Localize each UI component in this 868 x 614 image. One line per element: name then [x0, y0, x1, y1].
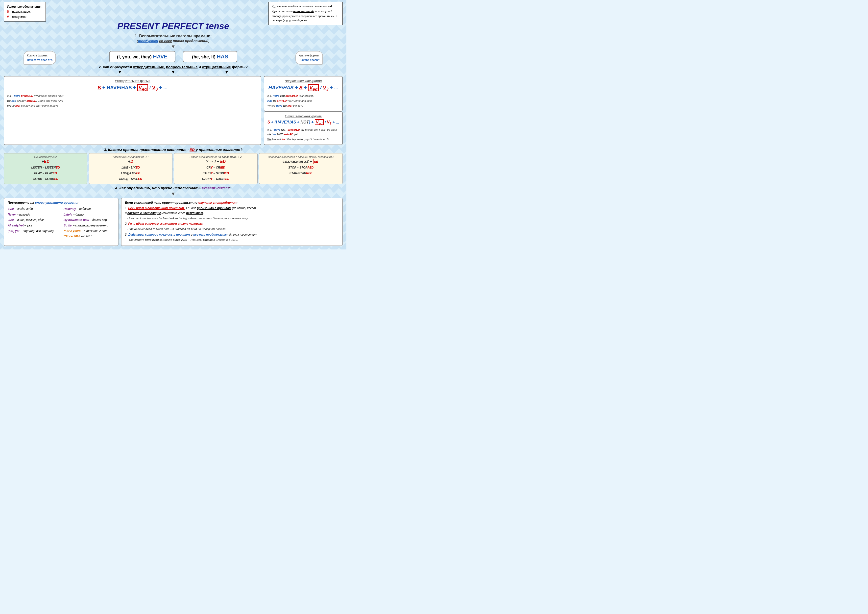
section1-header: 1. Вспомогательные глаголы времени:: [4, 34, 343, 38]
ed-case3-examples: CRY – CRIED STUDY – STUDIED CARRY – CARR…: [177, 165, 255, 181]
marker-never: Never – никогда: [8, 212, 59, 217]
marker-recently: Recently – недавно: [64, 207, 115, 211]
interrogative-formula: HAVE/HAS + S + Ved / V3 + ...: [267, 84, 339, 92]
bubble-right-line1: Краткие формы:: [299, 53, 319, 58]
notes-line1: Ved – правильный гл. принимает окончание…: [272, 4, 339, 9]
interrogative-examples: e.g. Have you preparED your project? Has…: [267, 93, 339, 108]
legend-title: Условные обозначения:: [7, 4, 43, 9]
ed-case2-title: Глагол оканчивается на -E:: [91, 155, 170, 158]
markers-box: Посмотреть на слова-указатели времени: E…: [4, 198, 119, 246]
ed-case3-title: Глагол оканчивается на согласную + y:: [177, 155, 255, 158]
marker-just: Just – лишь, только, едва: [8, 218, 59, 222]
bubble-left-line2: Have = 've / has = 's: [27, 58, 53, 62]
usage-example3: - The Ivanovs have lived in Stupino sinc…: [127, 237, 339, 242]
usage-item1: 1. Речь идет о совершенном действии. Т.е…: [125, 206, 339, 220]
ed-case4-title: Односложный глагол с гласной между согла…: [262, 155, 340, 158]
usage-box: Если указателей нет, ориентироваться по …: [121, 198, 343, 246]
legend-box: Условные обозначения: S – подлежащее, V …: [4, 2, 46, 22]
marker-for2years: *For 2 years – в течение 2 лет: [64, 229, 115, 233]
legend-s: S: [7, 10, 9, 13]
legend-s-line: S – подлежащее,: [7, 9, 43, 14]
marker-sofar: So far – к настоящему времени: [64, 223, 115, 228]
ed-case1-title: Основной случай:: [6, 155, 85, 158]
ed-case2-formula: +D: [91, 160, 170, 164]
ed-case4-formula: согласная x2 + ed: [262, 160, 340, 164]
negative-box: Отрицательная форма S + (HAVE/HAS + NOT)…: [264, 112, 343, 145]
affirmative-formula: S + HAVE/HAS + Ved / V3 + ...: [7, 84, 258, 92]
usage-item3: 3. Действие, которое началось в прошлом …: [125, 233, 339, 242]
marker-not-yet: (not) yet – еще (не), все еще (не): [8, 229, 59, 233]
markers-col1: Ever – когда-либо Never – никогда Just –…: [8, 206, 59, 240]
marker-lately: Lately – давно: [64, 212, 115, 217]
arrow-section1: ▼: [4, 44, 343, 50]
marker-bynow: By now/up to now – до сих пор: [64, 218, 115, 222]
marker-ever: Ever – когда-либо: [8, 207, 59, 211]
usage-item2: 2. Речь идет о личном, жизненном опыте ч…: [125, 222, 339, 231]
bubble-left-line1: Краткие формы:: [27, 53, 53, 58]
section1-subheader: (требуется во всех типах предложений): [4, 39, 343, 43]
bubble-right-line2: Haven't / hasn't: [299, 58, 319, 62]
affirmative-title: Утвердительная форма: [7, 79, 258, 83]
interrogative-title: Вопросительная форма: [267, 79, 339, 83]
ed-rules-row: Основной случай: +ED LISTEN – LISTENED P…: [4, 153, 343, 184]
ed-case4: Односложный глагол с гласной между согла…: [259, 153, 343, 184]
markers-col2: Recently – недавно Lately – давно By now…: [64, 206, 115, 240]
has-box: (he, she, it) HAS: [183, 51, 237, 62]
ed-case1-examples: LISTEN – LISTENED PLAY – PLAYED CLIMB - …: [6, 165, 85, 181]
affirmative-box: Утвердительная форма S + HAVE/HAS + Ved …: [4, 76, 261, 145]
affirmative-examples: e.g. I have preparED my project. I'm fre…: [7, 93, 258, 108]
bubble-right: Краткие формы: Haven't / hasn't: [295, 51, 323, 65]
usage-example1: - Alex can't run, because he has broken …: [127, 216, 339, 220]
ed-case3: Глагол оканчивается на согласную + y: Y …: [174, 153, 257, 184]
markers-cols: Ever – когда-либо Never – никогда Just –…: [8, 206, 115, 240]
notes-box: Ved – правильный гл. принимает окончание…: [268, 2, 343, 25]
marker-already: Already/yet – уже: [8, 223, 59, 228]
marker-since2010: *Since 2010 – с 2010: [64, 234, 115, 239]
ed-case1-formula: +ED: [6, 160, 85, 164]
notes-line2: V3 – если глагол неправильный, используе…: [272, 9, 339, 23]
section2-header: 2. Как образуются утвердительные, вопрос…: [4, 65, 343, 69]
ed-case3-formula: Y → I + ED: [177, 160, 255, 164]
negative-examples: e.g. I have NOT preparED my project yet.…: [267, 127, 339, 142]
legend-v-line: V – сказуемое.: [7, 14, 43, 19]
forms-row: Утвердительная форма S + HAVE/HAS + Ved …: [4, 76, 343, 145]
ed-case2-examples: LIKE - LIKED LOVE-LOVED SMILE - SMILED: [91, 165, 170, 181]
negative-title: Отрицательная форма: [267, 114, 339, 118]
markers-title: Посмотреть на слова-указатели времени:: [8, 201, 115, 205]
usage-title: Если указателей нет, ориентироваться по …: [125, 201, 339, 205]
legend-v: V: [7, 15, 9, 19]
interrogative-box: Вопросительная форма HAVE/HAS + S + Ved …: [264, 76, 343, 112]
section3-header: 3. Каковы правила правописания окончания…: [4, 147, 343, 152]
have-box: (I, you, we, they) HAVE: [109, 51, 176, 62]
ed-case4-examples: STOP – STOPPED STAR-STARRED: [262, 165, 340, 176]
usage-example2: - I have never been to North pole – я ни…: [127, 227, 339, 231]
section4-header: 4. Как определить, что нужно использоват…: [4, 186, 343, 190]
section4-row: Посмотреть на слова-указатели времени: E…: [4, 198, 343, 246]
arrows-section2: ▼▼▼: [4, 70, 343, 74]
arrow-section4: ▼: [4, 191, 343, 197]
ed-case1: Основной случай: +ED LISTEN – LISTENED P…: [4, 153, 87, 184]
bubble-left: Краткие формы: Have = 've / has = 's: [23, 51, 56, 65]
negative-formula: S + (HAVE/HAS + NOT) + Ved / V3 + ...: [267, 119, 339, 126]
ed-case2: Глагол оканчивается на -E: +D LIKE - LIK…: [89, 153, 172, 184]
